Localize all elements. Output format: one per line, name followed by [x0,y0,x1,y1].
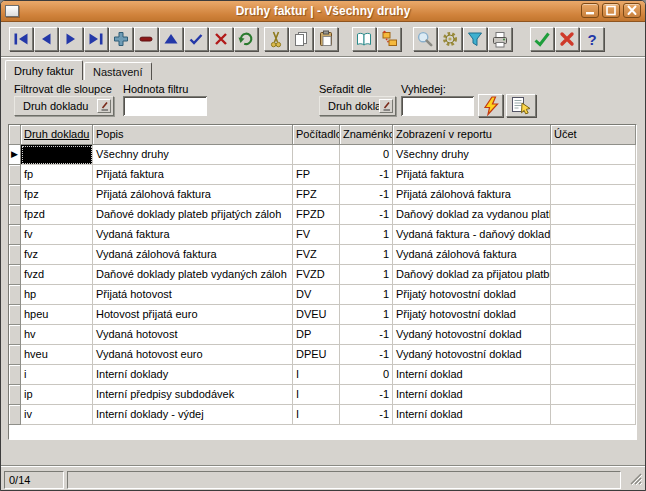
grid-cell[interactable] [551,285,636,305]
grid-cell[interactable]: Hotovost přijatá euro [93,305,293,325]
grid-cell[interactable]: Daňové doklady plateb vydaných záloh [93,265,293,285]
grid-cell[interactable]: -1 [340,205,393,225]
grid-cell[interactable] [551,385,636,405]
sort-combo[interactable]: Druh dokla [319,96,396,116]
grid-cell[interactable]: Vydaná hotovost euro [93,345,293,365]
cut-button[interactable] [264,27,288,51]
grid-cell[interactable]: FVZD [293,265,340,285]
refresh-button[interactable] [234,27,258,51]
grid-cell[interactable]: I [293,405,340,425]
grid-cell[interactable]: Vydaná zálohová faktura [93,245,293,265]
grid-cell[interactable]: fpzd [21,205,93,225]
search-input[interactable] [401,96,474,116]
row-indicator-cell[interactable] [9,285,21,305]
grid-cell[interactable]: 1 [340,225,393,245]
grid-cell[interactable]: ip [21,385,93,405]
grid-cell[interactable] [21,145,93,165]
grid-cell[interactable]: Vydaná hotovost [93,325,293,345]
tab-druhy-faktur[interactable]: Druhy faktur [5,60,83,80]
filter-value-input[interactable] [123,96,207,116]
grid-cell[interactable] [551,205,636,225]
grid-cell[interactable]: 0 [340,365,393,385]
dropdown-button[interactable] [379,99,393,113]
open-report-book-button[interactable] [352,27,376,51]
grid-cell[interactable]: Přijatá zálohová faktura [393,185,551,205]
cancel-edit-button[interactable] [209,27,233,51]
grid-cell[interactable]: DVEU [293,305,340,325]
resize-grip[interactable] [629,472,642,487]
grid-cell[interactable]: FPZ [293,185,340,205]
row-indicator-cell[interactable] [9,345,21,365]
grid-cell[interactable]: Vydaná zálohová faktura [393,245,551,265]
minimize-button[interactable] [581,3,599,18]
tab-nastaveni[interactable]: Nastavení [84,62,152,80]
grid-cell[interactable] [551,365,636,385]
grid-cell[interactable]: Vydaný hotovostní doklad [393,345,551,365]
search-button[interactable] [413,27,437,51]
grid-cell[interactable]: Vydaný hotovostní doklad [393,325,551,345]
grid-cell[interactable]: FV [293,225,340,245]
grid-cell[interactable]: Interní doklady [93,365,293,385]
report-button[interactable] [506,94,536,117]
row-indicator-cell[interactable] [9,365,21,385]
grid-cell[interactable]: hv [21,325,93,345]
dropdown-button[interactable] [97,99,111,113]
grid-cell[interactable]: DPEU [293,345,340,365]
grid-cell[interactable]: I [293,385,340,405]
grid-cell[interactable]: Daňové doklady plateb přijatých záloh [93,205,293,225]
grid-cell[interactable] [551,245,636,265]
grid-cell[interactable]: -1 [340,185,393,205]
quick-search-button[interactable] [478,94,503,117]
paste-button[interactable] [314,27,338,51]
grid-cell[interactable]: FP [293,165,340,185]
maximize-button[interactable] [602,3,620,18]
confirm-button[interactable] [530,27,554,51]
column-header[interactable]: Znaménko [340,125,393,145]
grid-cell[interactable]: -1 [340,385,393,405]
prior-record-button[interactable] [34,27,58,51]
row-indicator-cell[interactable] [9,245,21,265]
filter-button[interactable] [463,27,487,51]
grid-cell[interactable]: Přijatá faktura [393,165,551,185]
first-record-button[interactable] [9,27,33,51]
grid-cell[interactable] [551,405,636,425]
grid-cell[interactable]: hp [21,285,93,305]
grid-cell[interactable]: fp [21,165,93,185]
column-header[interactable]: Zobrazení v reportu [393,125,551,145]
row-indicator-cell[interactable] [9,205,21,225]
row-indicator-cell[interactable] [9,405,21,425]
help-button[interactable]: ? [580,27,604,51]
grid-cell[interactable]: fv [21,225,93,245]
grid-cell[interactable]: fvzd [21,265,93,285]
next-record-button[interactable] [59,27,83,51]
grid-cell[interactable]: DV [293,285,340,305]
grid-cell[interactable]: FPZD [293,205,340,225]
grid-cell[interactable] [551,225,636,245]
filter-column-combo[interactable]: Druh dokladu [14,96,114,116]
transfer-records-button[interactable] [377,27,401,51]
grid-cell[interactable]: DP [293,325,340,345]
edit-record-button[interactable] [159,27,183,51]
grid-cell[interactable] [551,165,636,185]
settings-button[interactable] [438,27,462,51]
row-indicator-cell[interactable] [9,185,21,205]
grid-cell[interactable]: 1 [340,245,393,265]
grid-cell[interactable]: Interní předpisy subdodávek [93,385,293,405]
grid-cell[interactable]: Interní doklad [393,385,551,405]
print-button[interactable] [488,27,512,51]
grid-cell[interactable]: -1 [340,165,393,185]
row-indicator-cell[interactable] [9,165,21,185]
records-grid[interactable]: Druh dokladuPopisPočítadloZnaménkoZobraz… [8,124,637,440]
delete-record-button[interactable] [134,27,158,51]
grid-cell[interactable]: iv [21,405,93,425]
grid-cell[interactable]: -1 [340,405,393,425]
grid-cell[interactable] [293,145,340,165]
grid-cell[interactable] [551,325,636,345]
grid-cell[interactable]: Přijatá hotovost [93,285,293,305]
grid-cell[interactable]: fvz [21,245,93,265]
grid-cell[interactable]: Přijatá zálohová faktura [93,185,293,205]
grid-cell[interactable]: Přijatý hotovostní doklad [393,305,551,325]
row-indicator-cell[interactable] [9,265,21,285]
grid-cell[interactable]: i [21,365,93,385]
grid-cell[interactable] [551,305,636,325]
